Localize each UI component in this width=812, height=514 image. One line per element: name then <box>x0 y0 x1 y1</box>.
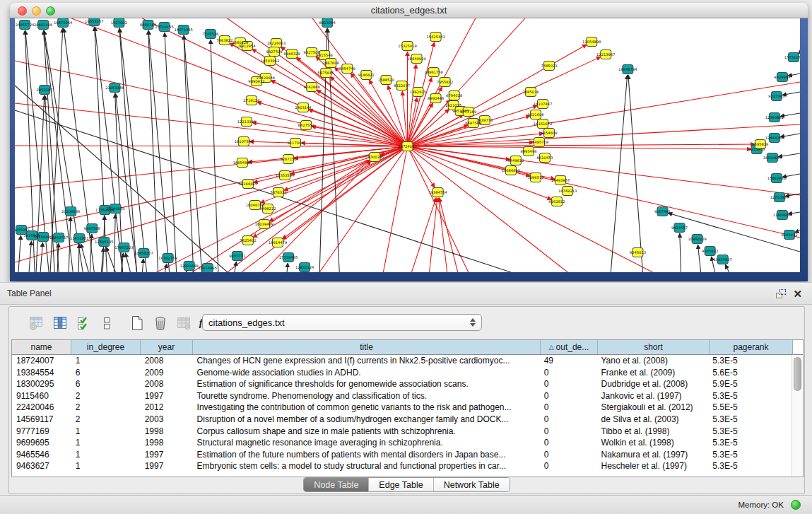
column-header-in_degree[interactable]: in_degree <box>71 340 141 354</box>
cell-title[interactable]: Estimation of significance thresholds fo… <box>193 378 540 390</box>
table-selector-dropdown[interactable]: citations_edges.txt <box>202 314 482 331</box>
cell-short[interactable]: Dudbridge et al. (2008) <box>597 378 709 390</box>
cell-in_degree[interactable]: 1 <box>71 437 141 449</box>
table-row[interactable]: 2242004622012Investigating the contribut… <box>12 402 792 414</box>
cell-pagerank[interactable]: 5.9E-5 <box>708 378 792 390</box>
close-panel-icon[interactable]: ✕ <box>793 288 802 299</box>
import-table-button[interactable] <box>175 314 193 332</box>
cell-name[interactable]: 22420046 <box>12 402 71 414</box>
cell-pagerank[interactable]: 5.6E-5 <box>708 367 792 379</box>
cell-pagerank[interactable]: 5.5E-5 <box>708 402 792 414</box>
cell-short[interactable]: Stergiakouli et al. (2012) <box>597 402 709 414</box>
cell-pagerank[interactable]: 5.3E-5 <box>708 414 792 426</box>
table-row[interactable]: 1938455462009Genome-wide association stu… <box>12 367 792 379</box>
cell-pagerank[interactable]: 5.3E-5 <box>708 390 792 402</box>
cell-title[interactable]: Genome-wide association studies in ADHD. <box>193 367 540 379</box>
network-canvas[interactable]: 2405572420691406198750641065325715276028… <box>15 18 800 272</box>
cell-in_degree[interactable]: 2 <box>71 414 141 426</box>
cell-out_degree[interactable]: 0 <box>540 449 597 461</box>
cell-short[interactable]: Jankovic et al. (1997) <box>597 390 709 402</box>
cell-year[interactable]: 1998 <box>141 437 193 449</box>
cell-year[interactable]: 2009 <box>141 367 193 379</box>
cell-in_degree[interactable]: 1 <box>71 355 141 367</box>
cell-out_degree[interactable]: 0 <box>540 390 597 402</box>
column-header-title[interactable]: title <box>193 340 541 354</box>
cell-year[interactable]: 2008 <box>141 378 193 390</box>
cell-title[interactable]: Estimation of the future numbers of pati… <box>193 449 540 461</box>
cell-title[interactable]: Investigating the contribution of common… <box>193 402 540 414</box>
cell-title[interactable]: Tourette syndrome. Phenomenology and cla… <box>193 390 540 402</box>
cell-year[interactable]: 2003 <box>141 414 193 426</box>
close-window-button[interactable] <box>18 6 27 16</box>
cell-short[interactable]: Tibbo et al. (1998) <box>597 426 709 438</box>
window-titlebar[interactable]: citations_edges.txt <box>10 3 808 18</box>
cell-title[interactable]: Embryonic stem cells: a model to study s… <box>193 460 540 472</box>
cell-year[interactable]: 1997 <box>141 390 193 402</box>
tab-node-table[interactable]: Node Table <box>304 478 369 491</box>
cell-name[interactable]: 9463627 <box>12 460 71 472</box>
cell-in_degree[interactable]: 6 <box>71 367 141 379</box>
cell-out_degree[interactable]: 0 <box>540 378 597 390</box>
cell-out_degree[interactable]: 49 <box>540 355 597 367</box>
cell-pagerank[interactable]: 5.3E-5 <box>708 449 792 461</box>
cell-year[interactable]: 2012 <box>141 402 193 414</box>
zoom-window-button[interactable] <box>46 6 55 16</box>
cell-title[interactable]: Disruption of a novel member of a sodium… <box>193 414 540 426</box>
cell-in_degree[interactable]: 2 <box>71 402 141 414</box>
cell-title[interactable]: Structural magnetic resonance image aver… <box>193 437 540 449</box>
table-row[interactable]: 911546021997Tourette syndrome. Phenomeno… <box>12 390 792 402</box>
table-scrollbar[interactable] <box>792 355 803 477</box>
cell-name[interactable]: 14569117 <box>12 414 71 426</box>
table-row[interactable]: 969969511998Structural magnetic resonanc… <box>12 437 792 449</box>
cell-out_degree[interactable]: 0 <box>540 437 597 449</box>
cell-out_degree[interactable]: 0 <box>540 460 597 472</box>
edit-rows-button[interactable] <box>98 314 116 332</box>
cell-pagerank[interactable]: 5.3E-5 <box>708 460 792 472</box>
cell-short[interactable]: Yano et al. (2008) <box>597 355 709 367</box>
cell-pagerank[interactable]: 5.3E-5 <box>708 437 792 449</box>
cell-name[interactable]: 19384554 <box>12 367 71 379</box>
cell-short[interactable]: de Silva et al. (2003) <box>597 414 709 426</box>
cell-pagerank[interactable]: 5.3E-5 <box>708 426 792 438</box>
scrollbar-thumb[interactable] <box>794 357 801 391</box>
cell-short[interactable]: Hescheler et al. (1997) <box>597 460 709 472</box>
cell-out_degree[interactable]: 0 <box>540 367 597 379</box>
cell-short[interactable]: Franke et al. (2009) <box>597 367 709 379</box>
show-columns-button[interactable] <box>51 314 69 332</box>
cell-in_degree[interactable]: 1 <box>71 460 141 472</box>
cell-name[interactable]: 18300295 <box>12 378 71 390</box>
table-row[interactable]: 946362711997Embryonic stem cells: a mode… <box>12 460 792 472</box>
cell-name[interactable]: 9115460 <box>12 390 71 402</box>
column-header-name[interactable]: name <box>12 340 71 354</box>
cell-out_degree[interactable]: 0 <box>540 414 597 426</box>
network-view[interactable]: 2405572420691406198750641065325715276028… <box>15 18 800 272</box>
column-header-pagerank[interactable]: pagerank <box>710 340 793 354</box>
cell-name[interactable]: 18724007 <box>12 355 71 367</box>
new-table-button[interactable] <box>128 314 146 332</box>
cell-title[interactable]: Corpus callosum shape and size in male p… <box>193 426 540 438</box>
column-header-out_degree[interactable]: △out_de... <box>541 340 598 354</box>
minimize-window-button[interactable] <box>32 6 41 16</box>
cell-short[interactable]: Nakamura et al. (1997) <box>597 449 709 461</box>
cell-in_degree[interactable]: 2 <box>71 390 141 402</box>
table-settings-button[interactable] <box>28 314 46 332</box>
cell-out_degree[interactable]: 0 <box>540 426 597 438</box>
table-row[interactable]: 977716911998Corpus callosum shape and si… <box>12 426 792 438</box>
cell-year[interactable]: 1997 <box>141 460 193 472</box>
table-row[interactable]: 946554611997Estimation of the future num… <box>12 449 792 461</box>
cell-short[interactable]: Wolkin et al. (1998) <box>597 437 709 449</box>
cell-out_degree[interactable]: 0 <box>540 402 597 414</box>
cell-name[interactable]: 9699695 <box>12 437 71 449</box>
table-row[interactable]: 1456911722003Disruption of a novel membe… <box>12 414 792 426</box>
column-header-short[interactable]: short <box>598 340 710 354</box>
cell-name[interactable]: 9777169 <box>12 426 71 438</box>
select-rows-button[interactable] <box>74 314 93 332</box>
cell-title[interactable]: Changes of HCN gene expression and I(f) … <box>193 355 540 367</box>
cell-year[interactable]: 1997 <box>141 449 193 461</box>
tab-edge-table[interactable]: Edge Table <box>369 478 433 491</box>
table-row[interactable]: 1830029562008Estimation of significance … <box>12 378 792 390</box>
cell-in_degree[interactable]: 6 <box>71 378 141 390</box>
cell-in_degree[interactable]: 1 <box>71 449 141 461</box>
delete-table-button[interactable] <box>151 314 170 332</box>
cell-year[interactable]: 2008 <box>141 355 193 367</box>
